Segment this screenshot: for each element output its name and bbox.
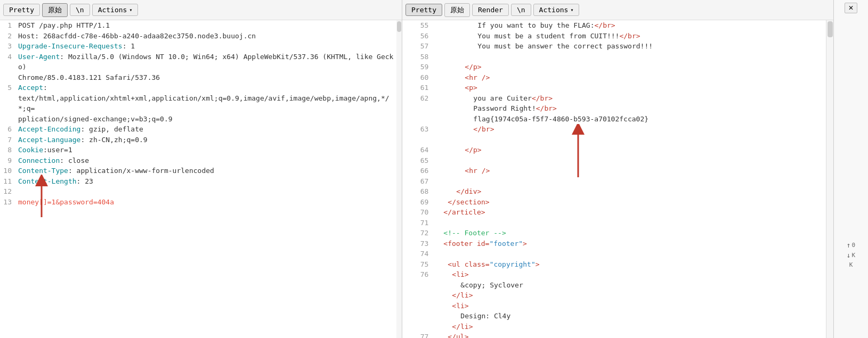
side-panel: ✕ ↑ 0 ↓ K K xyxy=(833,0,868,338)
table-row: 66 <hr /> xyxy=(402,166,857,176)
table-row: 70 </article> xyxy=(402,207,857,218)
side-panel-down-row: ↓ K xyxy=(847,251,855,259)
table-row: 13 money[]=1&password=404a xyxy=(0,197,396,208)
table-row: 6 Accept-Encoding: gzip, deflate xyxy=(0,124,396,135)
table-row: 72 <!-- Footer --> xyxy=(402,228,857,238)
table-row: 1 POST /pay.php HTTP/1.1 xyxy=(0,20,396,31)
up-count: 0 xyxy=(852,242,856,249)
left-panel: Pretty 原始 \n Actions ▾ 1 POST /pay.php H… xyxy=(0,0,402,338)
right-pretty-button[interactable]: Pretty xyxy=(405,4,442,16)
table-row: 75 <ul class="copyright"> xyxy=(402,259,857,270)
left-toolbar: Pretty 原始 \n Actions ▾ xyxy=(0,0,402,20)
right-code-table: 55 If you want to buy the FLAG:</br> 56 … xyxy=(402,20,857,338)
table-row: 10 Content-Type: application/x-www-form-… xyxy=(0,166,396,176)
up-arrow-icon: ↑ xyxy=(847,241,851,249)
table-row: 7 Accept-Language: zh-CN,zh;q=0.9 xyxy=(0,135,396,145)
table-row: </li> xyxy=(402,321,857,332)
table-row: 64 </p> xyxy=(402,145,857,155)
table-row: Design: Cl4y xyxy=(402,311,857,321)
table-row: Password Right!</br> xyxy=(402,103,857,114)
right-panel: Pretty 原始 Render \n Actions ▾ 55 If you … xyxy=(402,0,868,338)
left-code-area[interactable]: 1 POST /pay.php HTTP/1.1 2 Host: 268acfd… xyxy=(0,20,402,338)
table-row: <li> xyxy=(402,301,857,311)
chevron-down-icon: ▾ xyxy=(129,7,132,13)
table-row: 3 Upgrade-Insecure-Requests: 1 xyxy=(0,41,396,52)
side-panel-close-button[interactable]: ✕ xyxy=(845,3,857,13)
table-row: 55 If you want to buy the FLAG:</br> xyxy=(402,20,857,31)
table-row: 5 Accept:text/html,application/xhtml+xml… xyxy=(0,83,396,124)
count2: K xyxy=(849,261,853,268)
table-row: 63 </br> xyxy=(402,124,857,135)
table-row xyxy=(402,135,857,145)
table-row: 65 xyxy=(402,155,857,166)
down-arrow-icon: ↓ xyxy=(847,251,851,259)
table-row: 69 </section> xyxy=(402,197,857,208)
table-row: 61 <p> xyxy=(402,83,857,93)
left-code-table: 1 POST /pay.php HTTP/1.1 2 Host: 268acfd… xyxy=(0,20,396,207)
table-row: 73 <footer id="footer"> xyxy=(402,238,857,249)
down-count: K xyxy=(852,252,856,259)
table-row: 62 you are Cuiter</br> xyxy=(402,93,857,104)
table-row: 71 xyxy=(402,218,857,228)
left-scrollbar-thumb[interactable] xyxy=(397,21,401,32)
table-row: 58 xyxy=(402,52,857,62)
right-newline-button[interactable]: \n xyxy=(511,4,531,16)
right-code-area[interactable]: 55 If you want to buy the FLAG:</br> 56 … xyxy=(402,20,868,338)
table-row: 12 xyxy=(0,186,396,197)
table-row: 68 </div> xyxy=(402,186,857,197)
right-actions-button[interactable]: Actions ▾ xyxy=(533,4,580,16)
right-raw-button[interactable]: 原始 xyxy=(444,3,470,17)
side-panel-up-row: ↑ 0 xyxy=(847,241,855,249)
table-row: 67 xyxy=(402,176,857,187)
table-row: 8 Cookie:user=1 xyxy=(0,145,396,155)
chevron-down-icon-right: ▾ xyxy=(570,7,573,13)
table-row: &copy; Syclover xyxy=(402,280,857,291)
table-row: 59 </p> xyxy=(402,62,857,72)
table-row: 11 Content-Length: 23 xyxy=(0,176,396,187)
table-row: flag{1974c05a-f5f7-4860-b593-a70102fcca0… xyxy=(402,114,857,125)
table-row: 76 <li> xyxy=(402,269,857,280)
table-row: 4 User-Agent: Mozilla/5.0 (Windows NT 10… xyxy=(0,52,396,83)
left-raw-button[interactable]: 原始 xyxy=(42,3,68,17)
left-pretty-button[interactable]: Pretty xyxy=(3,4,40,16)
right-scrollbar-thumb[interactable] xyxy=(828,21,833,37)
left-scrollbar[interactable] xyxy=(396,20,402,338)
table-row: 77 </ul> xyxy=(402,332,857,338)
table-row: 2 Host: 268acfdd-c78e-46bb-a240-adaa82ec… xyxy=(0,31,396,42)
table-row: 56 You must be a student from CUIT!!!</b… xyxy=(402,31,857,42)
table-row: 74 xyxy=(402,249,857,259)
left-newline-button[interactable]: \n xyxy=(70,4,90,16)
table-row: </li> xyxy=(402,290,857,301)
right-render-button[interactable]: Render xyxy=(472,4,509,16)
left-actions-button[interactable]: Actions ▾ xyxy=(92,4,139,16)
table-row: 9 Connection: close xyxy=(0,155,396,166)
right-scrollbar[interactable] xyxy=(826,20,833,338)
side-panel-nav: ↑ 0 ↓ K K xyxy=(847,241,855,268)
right-annotation-arrow xyxy=(567,124,589,179)
table-row: 60 <hr /> xyxy=(402,72,857,83)
table-row: 57 You must be answer the correct passwo… xyxy=(402,41,857,52)
right-toolbar: Pretty 原始 Render \n Actions ▾ xyxy=(402,0,868,20)
